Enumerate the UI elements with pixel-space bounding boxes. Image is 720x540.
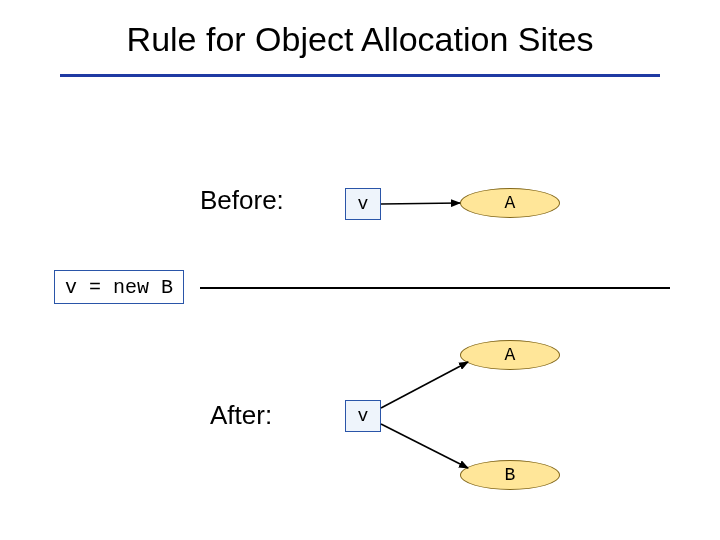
title-underline (60, 74, 660, 77)
object-b-after: B (460, 460, 560, 490)
arrow-before-v-a (381, 203, 460, 204)
arrow-after-v-a (381, 362, 468, 408)
arrow-after-v-b (381, 424, 468, 468)
var-box-before-text: v (358, 194, 369, 214)
object-b-after-text: B (505, 465, 516, 485)
code-statement: v = new B (54, 270, 184, 304)
slide: Rule for Object Allocation Sites Before:… (0, 0, 720, 540)
var-box-after: v (345, 400, 381, 432)
object-a-after-text: A (505, 345, 516, 365)
object-a-after: A (460, 340, 560, 370)
page-title: Rule for Object Allocation Sites (0, 20, 720, 59)
code-statement-text: v = new B (65, 276, 173, 299)
var-box-after-text: v (358, 406, 369, 426)
section-divider (200, 287, 670, 289)
label-after: After: (210, 400, 272, 431)
object-a-before-text: A (505, 193, 516, 213)
label-before: Before: (200, 185, 284, 216)
object-a-before: A (460, 188, 560, 218)
var-box-before: v (345, 188, 381, 220)
